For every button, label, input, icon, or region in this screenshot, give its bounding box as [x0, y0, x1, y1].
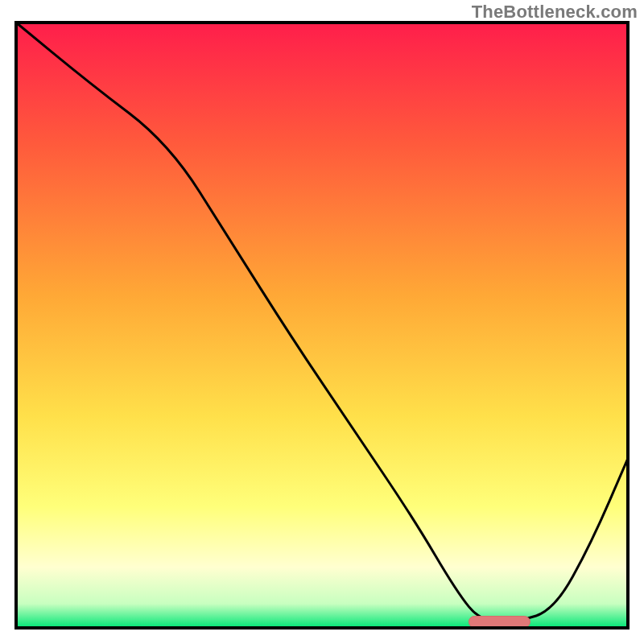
plot-background — [16, 23, 628, 628]
bottleneck-chart — [0, 0, 644, 644]
watermark-text: TheBottleneck.com — [472, 2, 638, 23]
optimum-marker — [469, 616, 530, 627]
chart-container: TheBottleneck.com — [0, 0, 644, 644]
